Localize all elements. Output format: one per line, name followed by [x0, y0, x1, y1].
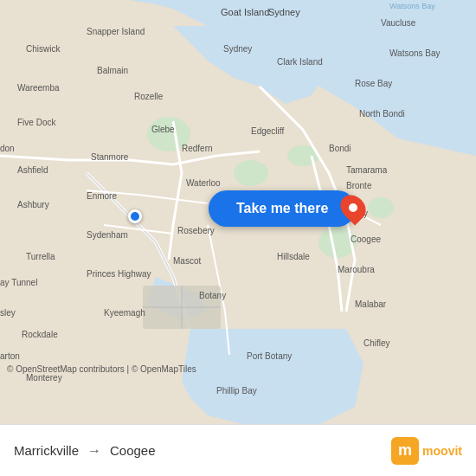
svg-text:Glebe: Glebe — [151, 125, 175, 134]
svg-text:Vaucluse: Vaucluse — [381, 18, 416, 28]
arrow-icon: → — [87, 443, 101, 459]
svg-text:North Bondi: North Bondi — [359, 109, 405, 119]
svg-text:Rosebery: Rosebery — [177, 226, 215, 235]
svg-text:Tamarama: Tamarama — [346, 165, 388, 175]
svg-text:Watsons Bay: Watsons Bay — [389, 2, 435, 10]
svg-text:Redfern: Redfern — [182, 144, 213, 153]
svg-text:arton: arton — [0, 351, 20, 361]
destination-label: Coogee — [110, 443, 156, 458]
moovit-logo-icon: m — [391, 437, 419, 465]
svg-text:Enmore: Enmore — [87, 191, 117, 201]
map-container: Goat Island Sydney Chiswick Snapper Isla… — [0, 0, 476, 424]
origin-marker — [128, 209, 142, 223]
svg-text:Clark Island: Clark Island — [277, 57, 323, 67]
svg-text:Kyeemagh: Kyeemagh — [104, 308, 145, 318]
svg-text:Balmain: Balmain — [97, 66, 128, 75]
svg-text:Snapper Island: Snapper Island — [87, 27, 145, 36]
svg-text:Rockdale: Rockdale — [22, 330, 58, 339]
svg-text:Sydenham: Sydenham — [87, 230, 128, 240]
svg-text:Mascot: Mascot — [173, 256, 201, 266]
svg-text:Chifley: Chifley — [363, 338, 390, 348]
svg-text:Port Botany: Port Botany — [247, 351, 292, 361]
svg-point-3 — [234, 160, 268, 186]
svg-text:Rose Bay: Rose Bay — [355, 79, 392, 88]
svg-text:Bronte: Bronte — [346, 181, 372, 190]
svg-text:Goat Island: Goat Island — [221, 7, 269, 17]
moovit-brand-text: moovit — [422, 444, 462, 458]
moovit-logo[interactable]: m moovit — [391, 437, 462, 465]
svg-text:don: don — [0, 144, 15, 153]
svg-text:Botany: Botany — [199, 291, 226, 300]
svg-text:Sydney: Sydney — [223, 44, 252, 54]
svg-text:Waterloo: Waterloo — [186, 178, 221, 188]
svg-text:Rozelle: Rozelle — [134, 92, 164, 101]
svg-text:Wareemba: Wareemba — [17, 83, 60, 93]
svg-text:Monterey: Monterey — [26, 373, 62, 383]
svg-text:sley: sley — [0, 308, 16, 318]
svg-point-6 — [368, 197, 394, 218]
svg-text:Ashbury: Ashbury — [17, 200, 49, 209]
bottom-bar: Marrickville → Coogee m moovit — [0, 424, 476, 476]
svg-text:Turrella: Turrella — [26, 252, 55, 261]
svg-text:Watsons Bay: Watsons Bay — [389, 48, 441, 58]
svg-text:Maroubra: Maroubra — [338, 265, 375, 274]
svg-text:Princes Highway: Princes Highway — [87, 269, 151, 279]
svg-text:Ashfield: Ashfield — [17, 165, 48, 175]
destination-marker — [342, 194, 364, 222]
take-me-there-button[interactable]: Take me there — [209, 190, 356, 227]
svg-text:Five Dock: Five Dock — [17, 118, 56, 127]
map-copyright: © OpenStreetMap contributors | © OpenMap… — [7, 364, 196, 374]
svg-text:Sydney: Sydney — [268, 7, 300, 17]
svg-text:ay Tunnel: ay Tunnel — [0, 278, 37, 287]
svg-text:Bondi: Bondi — [329, 144, 351, 153]
origin-label: Marrickville — [14, 443, 79, 458]
svg-text:Hillsdale: Hillsdale — [277, 252, 310, 261]
svg-text:Chiswick: Chiswick — [26, 44, 61, 54]
svg-text:Stanmore: Stanmore — [91, 152, 129, 162]
svg-text:Coogee: Coogee — [351, 235, 381, 244]
svg-text:Edgecliff: Edgecliff — [251, 126, 284, 136]
svg-text:Malabar: Malabar — [355, 299, 387, 309]
svg-text:Phillip Bay: Phillip Bay — [216, 386, 257, 396]
